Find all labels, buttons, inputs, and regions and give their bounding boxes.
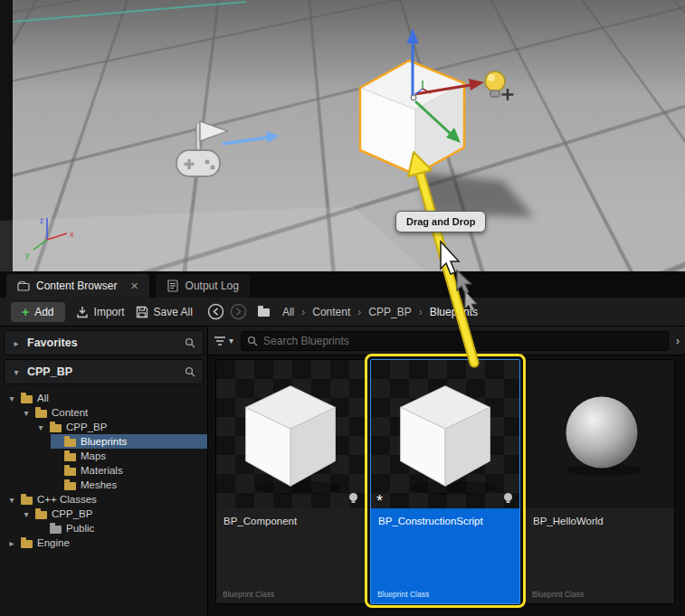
collection-section-header[interactable]: ▾ CPP_BP [4,359,204,384]
breadcrumb-blueprints[interactable]: Blueprints [430,306,478,318]
asset-thumbnail [371,360,519,508]
content-browser-body: ▸ Favorites ▾ CPP_BP ▾ All [0,327,685,616]
folder-icon [35,410,47,418]
tree-item-materials[interactable]: Materials [51,463,207,478]
content-browser-sidebar: ▸ Favorites ▾ CPP_BP ▾ All [0,327,208,616]
light-bulb-icon[interactable] [485,71,514,100]
axis-x-label: x [70,230,74,239]
back-button[interactable] [207,303,224,320]
tree-item-engine[interactable]: ▸ Engine [7,535,207,550]
axis-y-label: y [25,251,30,260]
search-input[interactable] [263,335,662,347]
chevron-separator-icon: › [419,306,423,318]
chevron-down-icon[interactable]: ▾ [22,408,31,418]
cube-thumbnail-icon [371,360,519,508]
tree-item-maps[interactable]: Maps [51,449,207,463]
folder-icon [64,468,76,476]
tree-item-blueprints[interactable]: Blueprints [51,434,207,449]
chevron-right-icon[interactable]: ▸ [7,538,16,548]
close-tab-icon[interactable]: × [130,280,138,292]
chevron-down-icon[interactable]: ▾ [7,393,16,403]
tab-content-browser[interactable]: Content Browser × [6,274,149,298]
chevron-down-icon: ▾ [12,367,21,377]
chevron-down-icon[interactable]: ▾ [22,509,31,519]
asset-type-label: Blueprint Class [223,590,274,599]
tree-item-cpp-classes[interactable]: ▾ C++ Classes [7,492,207,507]
tree-item-meshes[interactable]: Meshes [51,478,207,492]
tree-item-all[interactable]: ▾ All [7,391,207,405]
save-all-button[interactable]: Save All [136,306,193,318]
current-folder-icon[interactable] [258,308,270,317]
chevron-down-icon[interactable]: ▾ [36,422,45,432]
output-log-icon [166,280,179,292]
breadcrumb-content[interactable]: Content [312,306,350,318]
tree-item-cpp-bp[interactable]: ▾ CPP_BP [36,420,207,434]
save-icon [136,306,148,318]
import-icon [76,306,89,318]
asset-type-label: Blueprint Class [377,590,429,599]
content-browser-toolbar: + Add Import Save All [0,298,685,327]
asset-name: BP_ConstructionScript [371,508,519,526]
plus-icon: + [22,306,29,318]
chevron-separator-icon: › [357,306,361,318]
collection-label: CPP_BP [27,365,178,378]
folder-icon [21,395,33,403]
asset-thumbnail [526,360,674,508]
axis-z-label: z [40,216,44,225]
unreal-editor-window: z x y Drag and Drop Content Browser × [0,0,685,616]
asset-tile-bp-component[interactable]: BP_Component Blueprint Class [215,359,366,604]
panel-options-icon[interactable]: › [676,335,680,347]
tab-label: Output Log [186,280,239,292]
asset-tile-bp-constructionscript[interactable]: * BP_ConstructionScript Blueprint Class [370,359,520,604]
asset-thumbnail [216,360,365,508]
asset-name: BP_Component [216,508,365,526]
player-start-icon[interactable] [176,121,280,176]
tab-output-log[interactable]: Output Log [156,274,250,298]
content-browser-icon [17,280,30,292]
asset-name: BP_HelloWorld [526,508,674,526]
breadcrumb-all[interactable]: All [282,306,294,318]
add-button[interactable]: + Add [11,302,65,322]
asset-search-box[interactable] [241,331,669,351]
asset-grid: BP_Component Blueprint Class [208,355,685,616]
search-icon[interactable] [185,366,195,377]
folder-icon [50,424,62,432]
grid-axis-line [13,2,246,22]
viewport-3d[interactable]: z x y Drag and Drop [0,0,685,271]
asset-view: ▾ › [208,327,685,616]
breadcrumb-cpp-bp[interactable]: CPP_BP [368,306,411,318]
folder-icon [35,511,47,519]
save-all-label: Save All [154,306,193,318]
tree-item-cpp-bp-source[interactable]: ▾ CPP_BP [22,507,207,521]
filter-button[interactable]: ▾ [214,336,233,346]
favorites-section-header[interactable]: ▸ Favorites [4,330,204,355]
tree-item-content[interactable]: ▾ Content [22,405,207,420]
folder-icon [21,497,33,505]
asset-search-row: ▾ › [208,327,685,355]
folder-icon [64,482,76,490]
panel-tab-bar: Content Browser × Output Log [0,271,685,298]
forward-button[interactable] [230,303,247,320]
chevron-down-icon[interactable]: ▾ [7,495,16,505]
add-button-label: Add [34,306,53,318]
filter-icon [214,336,226,346]
chevron-separator-icon: › [301,306,305,318]
tab-label: Content Browser [36,280,117,292]
folder-icon [21,540,33,548]
cube-thumbnail-icon [216,360,365,508]
chevron-down-icon: ▾ [229,336,233,346]
drag-drop-tooltip: Drag and Drop [395,211,486,232]
search-icon[interactable] [185,337,195,348]
tree-item-public[interactable]: Public [36,521,207,535]
asset-type-label: Blueprint Class [532,590,584,599]
import-label: Import [94,306,125,318]
favorites-label: Favorites [27,336,178,349]
folder-icon [64,453,76,461]
screen-indicator-icon [502,492,514,504]
floor-highlight [0,206,425,271]
screen-indicator-icon [347,492,359,504]
breadcrumb: All › Content › CPP_BP › Blueprints [282,306,478,318]
asset-tile-bp-helloworld[interactable]: BP_HelloWorld Blueprint Class [525,359,675,604]
sphere-thumbnail-icon [526,360,674,508]
import-button[interactable]: Import [76,306,125,318]
